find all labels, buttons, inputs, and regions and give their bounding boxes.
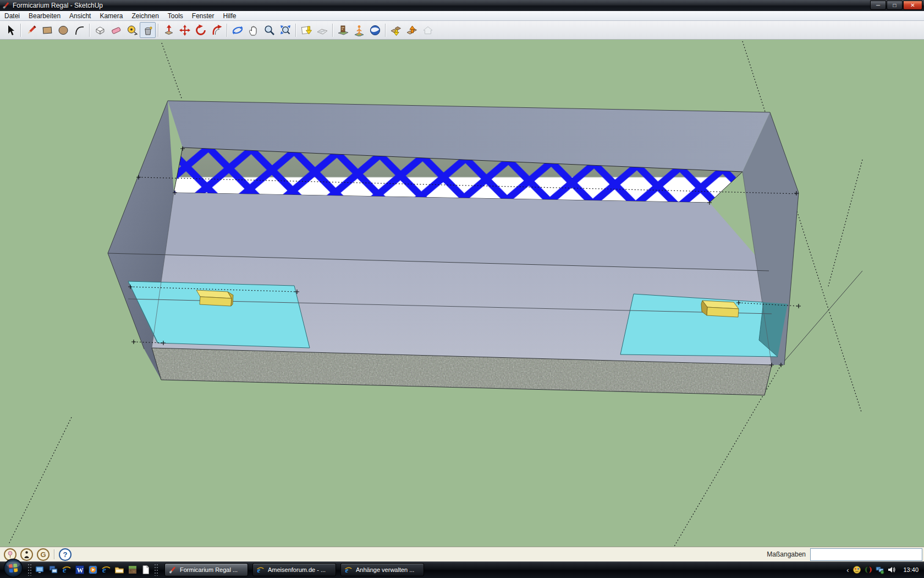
ie-icon: e [101,565,111,575]
explorer-launcher[interactable] [113,564,125,576]
get-view-icon [300,24,312,36]
menu-tools[interactable]: Tools [163,12,188,20]
new-document-launcher[interactable] [140,564,152,576]
measurements-label: Maßangaben [767,550,810,558]
model-viewport[interactable] [0,40,924,547]
media-player-icon [88,565,98,575]
media-player-launcher[interactable] [87,564,99,576]
quick-launch-handle[interactable] [28,564,32,576]
taskbar-button-ameisenforum[interactable]: e Ameisenforum.de - ... [252,563,336,576]
person-icon [24,551,29,558]
balloon-icon [7,551,13,558]
left-yellow-block[interactable] [196,290,233,306]
push-pull-button[interactable] [161,22,177,38]
get-models-button[interactable] [388,22,404,38]
zoom-extents-button[interactable] [277,22,293,38]
switch-windows-button[interactable] [47,564,59,576]
maximize-button[interactable]: □ [887,1,903,10]
push-pull-icon [163,24,175,36]
internet-explorer-launcher[interactable]: e [61,564,73,576]
taskbar-button-anhaenge[interactable]: e Anhänge verwalten ... [340,563,424,576]
word-icon: W [75,565,85,575]
taskbar-button-sketchup[interactable]: Formicarium Regal ... [164,563,248,576]
svg-text:W: W [77,566,84,574]
tray-icon-antivirus[interactable] [864,565,873,574]
get-current-view-button[interactable] [298,22,314,38]
minecraft-launcher[interactable] [127,564,139,576]
tray-expand-chevron[interactable]: ‹ [846,566,849,574]
google-earth-button[interactable] [367,22,383,38]
line-tool-button[interactable] [23,22,39,38]
tray-icon-network[interactable] [876,565,884,574]
close-button[interactable]: ✕ [903,1,922,10]
cursor-icon [4,24,16,36]
place-model-button[interactable] [351,22,367,38]
menu-bearbeiten[interactable]: Bearbeiten [24,12,65,20]
zoom-tool-button[interactable] [261,22,277,38]
terrain-icon [316,24,328,36]
warehouse-button-disabled [420,22,436,38]
magnifier-icon [263,24,276,36]
pan-tool-button[interactable] [245,22,261,38]
minimize-button[interactable]: ─ [870,1,886,10]
arc-icon [73,24,85,36]
menu-zeichnen[interactable]: Zeichnen [127,12,163,20]
place-model-figure-icon [353,24,365,36]
toolbar [0,21,924,40]
google-account-status-icon[interactable]: G [37,548,50,561]
eraser-tool-button[interactable] [108,22,124,38]
rectangle-tool-button[interactable] [39,22,55,38]
menu-fenster[interactable]: Fenster [188,12,219,20]
sketchup-app-icon [2,2,10,9]
component-box-icon [94,24,106,36]
pan-hand-icon [248,24,260,36]
menu-ansicht[interactable]: Ansicht [65,12,95,20]
paint-bucket-button[interactable] [140,22,156,38]
taskbar-clock[interactable]: 13:40 [903,566,919,573]
orbit-tool-button[interactable] [229,22,245,38]
circle-tool-button[interactable] [55,22,71,38]
offset-arrow-icon [211,24,223,36]
arc-tool-button[interactable] [71,22,87,38]
tray-icon-volume[interactable] [887,565,896,574]
ie-icon: e [344,566,353,574]
ie-icon: e [62,565,72,575]
circle-icon [57,24,69,36]
share-model-button[interactable] [404,22,420,38]
measurements-input[interactable] [810,548,922,561]
window-title: Formicarium Regal - SketchUp [13,2,103,9]
house-icon [422,24,434,36]
tape-measure-button[interactable] [124,22,140,38]
menu-hilfe[interactable]: Hilfe [219,12,241,20]
photo-textures-button[interactable] [335,22,351,38]
menu-bar: Datei Bearbeiten Ansicht Kamera Zeichnen… [0,11,924,21]
right-yellow-block[interactable] [701,301,739,317]
status-separator [54,549,54,559]
zoom-extents-icon [279,24,292,36]
tape-measure-icon [126,24,138,36]
rectangle-icon [41,24,53,36]
start-button[interactable] [3,558,24,578]
offset-tool-button[interactable] [208,22,224,38]
paint-bucket-icon [142,24,154,36]
make-component-button[interactable] [92,22,108,38]
grass-block-icon [128,565,138,575]
desktop-icon [35,565,45,575]
show-desktop-button[interactable] [34,564,46,576]
taskband-handle[interactable] [154,564,158,576]
internet-explorer-launcher-2[interactable]: e [100,564,112,576]
task-label: Formicarium Regal ... [180,566,238,573]
menu-kamera[interactable]: Kamera [95,12,127,20]
move-tool-button[interactable] [177,22,193,38]
word-launcher[interactable]: W [74,564,86,576]
rotate-tool-button[interactable] [193,22,208,38]
rotate-arrows-icon [195,24,207,36]
pencil-icon [25,24,37,36]
sketchup-task-icon [168,566,177,574]
help-icon[interactable]: ? [59,548,72,561]
tray-icon-messenger[interactable] [853,565,861,574]
toggle-terrain-button[interactable] [314,22,330,38]
select-tool-button[interactable] [2,22,18,38]
menu-datei[interactable]: Datei [0,12,24,20]
folder-icon [114,565,124,575]
